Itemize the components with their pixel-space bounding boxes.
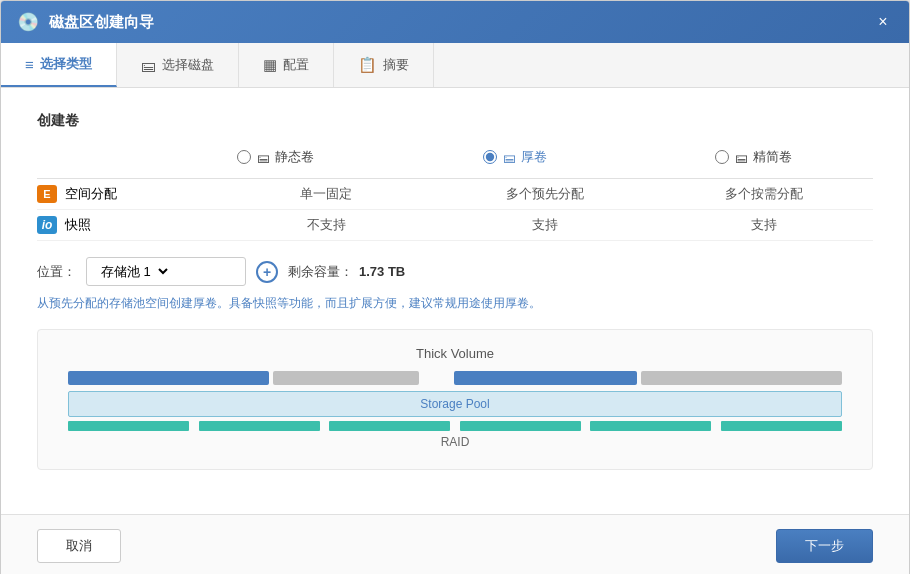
space-alloc-label-cell: E 空间分配	[37, 185, 217, 203]
window-icon: 💿	[17, 11, 39, 33]
volume-type-row: 🖴 静态卷 🖴 厚卷 🖴 精简卷	[37, 148, 873, 179]
raid-seg-2	[199, 421, 320, 431]
raid-label: RAID	[68, 435, 842, 449]
tab-label-configure: 配置	[283, 56, 309, 74]
space-alloc-thick: 多个预先分配	[436, 185, 655, 203]
pool-label: Storage Pool	[420, 397, 489, 411]
thick-volume-icon: 🖴	[503, 150, 516, 165]
content-area: 创建卷 🖴 静态卷 🖴 厚卷 🖴	[1, 88, 909, 514]
main-window: 💿 磁盘区创建向导 × ≡ 选择类型 🖴 选择磁盘 ▦ 配置 📋 摘要 创建卷	[0, 0, 910, 574]
wizard-tabs: ≡ 选择类型 🖴 选择磁盘 ▦ 配置 📋 摘要	[1, 43, 909, 88]
tab-icon-summary: 📋	[358, 56, 377, 74]
title-bar: 💿 磁盘区创建向导 ×	[1, 1, 909, 43]
description-text: 从预先分配的存储池空间创建厚卷。具备快照等功能，而且扩展方便，建议常规用途使用厚…	[37, 294, 873, 313]
space-alloc-icon: E	[37, 185, 57, 203]
add-pool-button[interactable]: +	[256, 261, 278, 283]
space-alloc-label: 空间分配	[65, 185, 117, 203]
section-title: 创建卷	[37, 112, 873, 130]
tab-select-disk[interactable]: 🖴 选择磁盘	[117, 43, 239, 87]
raid-gap-5	[713, 421, 718, 431]
space-alloc-static: 单一固定	[217, 185, 436, 203]
snapshot-icon: io	[37, 216, 57, 234]
snapshot-label-cell: io 快照	[37, 216, 217, 234]
thick-volume-col: 🖴 厚卷	[395, 148, 634, 166]
thick-volume-radio[interactable]	[483, 150, 497, 164]
raid-seg-3	[329, 421, 450, 431]
space-alloc-thin: 多个按需分配	[654, 185, 873, 203]
tab-configure[interactable]: ▦ 配置	[239, 43, 334, 87]
snapshot-thin: 支持	[654, 216, 873, 234]
raid-gap-3	[452, 421, 457, 431]
static-volume-icon: 🖴	[257, 150, 270, 165]
static-volume-col: 🖴 静态卷	[156, 148, 395, 166]
snapshot-label: 快照	[65, 216, 91, 234]
raid-gap-4	[583, 421, 588, 431]
thick-volume-label: 🖴 厚卷	[503, 148, 547, 166]
pool-row: Storage Pool	[68, 391, 842, 417]
tab-label-select-type: 选择类型	[40, 55, 92, 73]
snapshot-thick: 支持	[436, 216, 655, 234]
raid-seg-4	[460, 421, 581, 431]
pool-bar: Storage Pool	[68, 391, 842, 417]
window-title: 磁盘区创建向导	[49, 13, 154, 32]
bar-blue-1	[68, 371, 269, 385]
capacity-label: 剩余容量：	[288, 263, 353, 281]
location-dropdown[interactable]: 存储池 1 存储池 2	[97, 263, 171, 280]
raid-bar	[68, 421, 842, 431]
tab-select-type[interactable]: ≡ 选择类型	[1, 43, 117, 87]
space-alloc-values: 单一固定 多个预先分配 多个按需分配	[217, 185, 873, 203]
thick-volume-text: 厚卷	[521, 148, 547, 166]
tab-summary[interactable]: 📋 摘要	[334, 43, 434, 87]
diagram-title: Thick Volume	[68, 346, 842, 361]
bar-gray-2	[641, 371, 842, 385]
title-bar-left: 💿 磁盘区创建向导	[17, 11, 154, 33]
capacity-container: 剩余容量： 1.73 TB	[288, 263, 405, 281]
capacity-value: 1.73 TB	[359, 264, 405, 279]
tab-label-summary: 摘要	[383, 56, 409, 74]
static-volume-radio[interactable]	[237, 150, 251, 164]
bar-gap	[423, 371, 450, 385]
diagram-area: Thick Volume Storage Pool	[37, 329, 873, 470]
snapshot-values: 不支持 支持 支持	[217, 216, 873, 234]
thin-volume-radio[interactable]	[715, 150, 729, 164]
space-alloc-row: E 空间分配 单一固定 多个预先分配 多个按需分配	[37, 179, 873, 210]
location-select-wrapper[interactable]: 存储池 1 存储池 2	[86, 257, 246, 286]
location-label: 位置：	[37, 263, 76, 281]
bar-blue-2	[454, 371, 637, 385]
raid-gap-2	[322, 421, 327, 431]
tab-icon-select-disk: 🖴	[141, 57, 156, 74]
next-button[interactable]: 下一步	[776, 529, 873, 563]
static-volume-text: 静态卷	[275, 148, 314, 166]
tab-icon-select-type: ≡	[25, 56, 34, 73]
footer: 取消 下一步	[1, 514, 909, 574]
thin-volume-icon: 🖴	[735, 150, 748, 165]
volume-bars	[68, 371, 842, 385]
snapshot-row: io 快照 不支持 支持 支持	[37, 210, 873, 241]
tab-label-select-disk: 选择磁盘	[162, 56, 214, 74]
close-button[interactable]: ×	[873, 12, 893, 32]
static-volume-label: 🖴 静态卷	[257, 148, 314, 166]
thin-volume-col: 🖴 精简卷	[634, 148, 873, 166]
bar-gray-1	[273, 371, 419, 385]
location-row: 位置： 存储池 1 存储池 2 + 剩余容量： 1.73 TB	[37, 257, 873, 286]
raid-seg-5	[590, 421, 711, 431]
raid-gap-1	[191, 421, 196, 431]
raid-seg-1	[68, 421, 189, 431]
raid-seg-6	[721, 421, 842, 431]
thin-volume-text: 精简卷	[753, 148, 792, 166]
tab-icon-configure: ▦	[263, 56, 277, 74]
thin-volume-label: 🖴 精简卷	[735, 148, 792, 166]
snapshot-static: 不支持	[217, 216, 436, 234]
cancel-button[interactable]: 取消	[37, 529, 121, 563]
